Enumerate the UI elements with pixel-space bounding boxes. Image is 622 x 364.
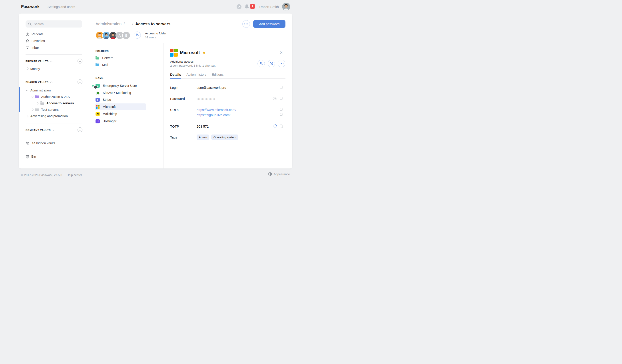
notification-badge[interactable]: 2	[250, 4, 255, 9]
row-divider	[170, 104, 285, 104]
sidebar-border	[89, 14, 89, 168]
tag-chip[interactable]: Admin	[196, 134, 209, 140]
password-item-emergency-server-user[interactable]: E Emergency Server User	[95, 82, 146, 89]
hidden-vaults-item[interactable]: 14 hidden vaults	[26, 141, 55, 146]
search-input[interactable]	[33, 22, 79, 26]
details-tabs: Details Action history Editions	[170, 73, 224, 76]
sidebar-vault-advertising[interactable]: Advertising and promotion	[26, 113, 68, 119]
share-folder-access-button[interactable]	[134, 32, 141, 39]
sync-status-icon[interactable]	[236, 4, 241, 9]
user-name[interactable]: Robert Smith	[255, 0, 279, 14]
chevron-right-icon	[26, 68, 28, 70]
favorite-star-icon[interactable]: ★	[202, 50, 206, 55]
url-link-2[interactable]: https://signup.live.com/	[196, 113, 231, 117]
share-password-button[interactable]	[257, 60, 265, 67]
password-item-label: Microsoft	[103, 105, 116, 109]
tab-editions[interactable]: Editions	[212, 73, 223, 76]
vault-label: Administration	[30, 89, 51, 92]
sidebar-folder-access-to-servers[interactable]: Access to servers	[37, 100, 74, 106]
copy-totp-icon[interactable]	[279, 124, 283, 128]
sidebar-vault-administration[interactable]: Administration	[26, 88, 51, 93]
breadcrumb-separator: /	[121, 21, 127, 26]
password-item-label: Mailchimp	[103, 112, 117, 116]
add-company-vault-button[interactable]: +	[78, 127, 82, 132]
clock-icon	[26, 32, 29, 36]
ellipsis-icon	[244, 23, 248, 24]
sidebar-item-favorites[interactable]: Favorites	[26, 38, 45, 43]
add-private-vault-button[interactable]: +	[78, 59, 82, 63]
sidebar-vault-money[interactable]: Money	[26, 66, 40, 72]
sidebar-divider	[26, 75, 82, 75]
private-vaults-header[interactable]: PRIVATE VAULTS	[26, 59, 52, 64]
password-item-hostinger[interactable]: H Hostinger	[95, 118, 146, 125]
folder-more-actions-button[interactable]	[242, 20, 250, 28]
sidebar-folder-authorization-2fa[interactable]: Authorization & 2FA	[31, 94, 70, 100]
sidebar-item-label: Favorites	[32, 39, 45, 43]
folder-access-avatars[interactable]: A B	[96, 31, 130, 39]
password-label: Password	[170, 97, 185, 101]
user-plus-icon	[135, 33, 139, 37]
access-users-count[interactable]: 33 users	[145, 36, 156, 39]
close-details-icon[interactable]: ✕	[280, 50, 283, 55]
sidebar-folder-test-servers[interactable]: Test servers	[31, 107, 59, 112]
folder-label: Authorization & 2FA	[41, 95, 70, 99]
sidebar-item-inbox[interactable]: Inbox	[26, 45, 39, 50]
edit-password-button[interactable]	[268, 60, 275, 67]
add-password-button[interactable]: Add password	[253, 20, 285, 28]
folder-item-servers[interactable]: Servers	[96, 55, 113, 61]
password-item-mailchimp[interactable]: Mailchimp	[95, 110, 146, 117]
copy-url-2-icon[interactable]	[279, 112, 283, 117]
appearance-label: Appearance	[274, 172, 290, 176]
company-vaults-header[interactable]: COMPANY VAULTS	[26, 128, 54, 132]
folder-item-mail[interactable]: Mail	[96, 62, 108, 68]
login-label: Login	[170, 86, 178, 90]
user-plus-icon	[259, 62, 263, 66]
ellipsis-icon	[280, 63, 284, 64]
sidebar-item-bin[interactable]: Bin	[26, 154, 36, 159]
copy-url-1-icon[interactable]	[279, 108, 283, 112]
sidebar-item-recents[interactable]: Recents	[26, 32, 43, 37]
tab-action-history[interactable]: Action history	[186, 73, 206, 76]
vault-label: Advertising and promotion	[30, 114, 68, 118]
password-item-site24x7[interactable]: Site24x7 Monitoring	[95, 90, 146, 96]
user-avatar[interactable]	[282, 3, 290, 11]
search-input-wrapper[interactable]	[26, 20, 82, 28]
inbox-icon	[26, 46, 29, 50]
tab-details[interactable]: Details	[170, 73, 181, 76]
folder-label: Servers	[102, 56, 113, 60]
bell-icon[interactable]	[245, 4, 249, 9]
active-tab-underline	[170, 78, 181, 79]
chevron-right-icon	[31, 109, 33, 111]
copy-password-icon[interactable]	[279, 96, 283, 101]
vault-label: Money	[30, 67, 40, 71]
shared-vaults-header[interactable]: SHARED VAULTS	[26, 80, 52, 85]
appearance-toggle[interactable]: Appearance	[268, 172, 290, 176]
tag-chip[interactable]: Operating system	[211, 134, 238, 140]
password-more-actions-button[interactable]	[278, 60, 285, 67]
password-icon-site24x7	[96, 91, 100, 95]
password-icon-emergency: E	[96, 84, 100, 88]
url-link-1[interactable]: https://www.microsoft.com/	[196, 108, 236, 112]
password-item-microsoft[interactable]: Microsoft	[95, 103, 146, 110]
breadcrumb-root[interactable]: Administration	[96, 21, 121, 26]
copy-login-icon[interactable]	[279, 85, 283, 90]
breadcrumb-ellipsis[interactable]: ...	[127, 21, 130, 26]
sidebar-item-label: Inbox	[32, 46, 39, 50]
tags-list: Admin Operating system	[196, 134, 238, 140]
name-section-title: NAME	[96, 76, 103, 79]
section-title: SHARED VAULTS	[26, 81, 49, 83]
eye-off-icon	[26, 141, 30, 145]
show-password-icon[interactable]	[272, 97, 277, 100]
shortcut-badge-icon	[94, 86, 97, 89]
password-item-stripe[interactable]: S Stripe	[95, 96, 146, 103]
edit-icon	[270, 62, 273, 66]
chevron-down-icon	[26, 89, 28, 91]
add-shared-vault-button[interactable]: +	[78, 79, 82, 84]
additional-access-value: 2 sent password, 1 link, 1 shortcut	[170, 64, 215, 67]
chevron-down-icon	[52, 129, 54, 131]
section-title: PRIVATE VAULTS	[26, 60, 49, 63]
avatar-initial: B	[122, 31, 130, 39]
header-divider	[89, 43, 292, 43]
tags-label: Tags	[170, 135, 177, 139]
help-center-link[interactable]: Help center	[67, 173, 82, 177]
